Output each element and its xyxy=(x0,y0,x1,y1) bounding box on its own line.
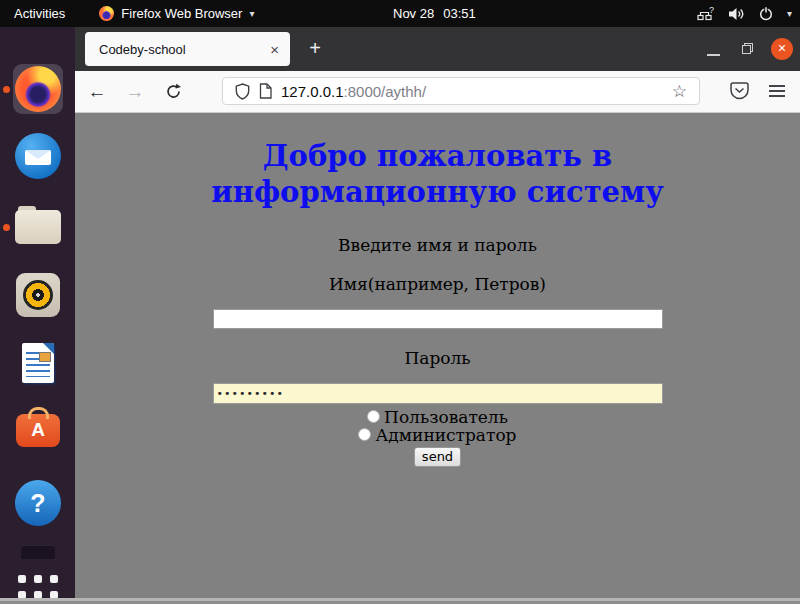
trash-icon xyxy=(21,545,55,559)
role-option-user[interactable]: Пользователь xyxy=(75,408,800,426)
app-menu-label: Firefox Web Browser xyxy=(121,6,242,21)
rhythmbox-speaker-icon xyxy=(16,273,60,317)
chevron-down-icon: ▾ xyxy=(249,9,254,19)
question-glyph: ? xyxy=(30,489,45,518)
dock-item-firefox[interactable] xyxy=(13,64,63,114)
page-icon xyxy=(259,83,272,99)
reload-icon xyxy=(165,83,182,100)
new-tab-button[interactable]: + xyxy=(301,35,329,63)
dock-item-thunderbird[interactable] xyxy=(13,131,63,181)
dock-item-ubuntu-software[interactable]: A xyxy=(13,405,63,455)
dock-item-help[interactable]: ? xyxy=(13,478,63,528)
ubuntu-software-icon: A xyxy=(16,414,60,447)
libreoffice-writer-icon xyxy=(22,343,54,383)
page-title: Добро пожаловать в информационную систем… xyxy=(115,139,760,211)
tab-close-icon[interactable]: × xyxy=(268,41,281,58)
bookmark-star-icon[interactable]: ☆ xyxy=(672,83,687,100)
gnome-top-bar: Activities Firefox Web Browser ▾ Nov 28 … xyxy=(0,0,800,27)
clock[interactable]: Nov 28 03:51 xyxy=(393,0,476,27)
dock-item-rhythmbox[interactable] xyxy=(13,270,63,320)
radio-admin-label: Администратор xyxy=(375,426,516,444)
radio-user-label: Пользователь xyxy=(384,408,508,426)
thunderbird-icon xyxy=(15,133,61,179)
system-status-area[interactable]: ? ▾ xyxy=(697,0,792,27)
clock-time: 03:51 xyxy=(443,6,476,21)
tab-bar: Codeby-school × + × xyxy=(75,27,800,71)
url-bar[interactable]: 127.0.0.1:8000/aythh/ ☆ xyxy=(222,77,700,105)
tab-title: Codeby-school xyxy=(99,42,268,57)
form-subtitle: Введите имя и пароль xyxy=(75,235,800,255)
firefox-window: Codeby-school × + × ← → 127.0.0.1:8000/a… xyxy=(75,27,800,598)
network-icon: ? xyxy=(697,6,715,21)
volume-icon xyxy=(728,7,745,21)
forward-button[interactable]: → xyxy=(119,71,151,112)
dock: A ? xyxy=(0,27,75,598)
firefox-icon xyxy=(15,66,61,112)
chevron-down-icon: ▾ xyxy=(787,9,792,19)
activities-button[interactable]: Activities xyxy=(14,6,65,21)
shield-icon xyxy=(235,83,250,100)
reload-button[interactable] xyxy=(157,71,189,112)
send-button[interactable]: send xyxy=(414,447,461,467)
screen-bottom-edge xyxy=(0,598,800,604)
files-folder-icon xyxy=(15,206,61,244)
dock-item-libreoffice-writer[interactable] xyxy=(13,338,63,388)
role-option-admin[interactable]: Администратор xyxy=(75,426,800,444)
minimize-button[interactable] xyxy=(707,54,720,56)
password-input[interactable] xyxy=(213,383,663,404)
files-running-dot xyxy=(3,224,10,231)
dock-item-files[interactable] xyxy=(13,200,63,250)
window-close-button[interactable]: × xyxy=(771,38,793,60)
radio-user[interactable] xyxy=(367,410,380,423)
svg-text:?: ? xyxy=(709,6,714,15)
web-page: Добро пожаловать в информационную систем… xyxy=(75,113,800,598)
url-text: 127.0.0.1:8000/aythh/ xyxy=(281,83,426,100)
url-host: 127.0.0.1 xyxy=(281,83,344,100)
navigation-toolbar: ← → 127.0.0.1:8000/aythh/ ☆ xyxy=(75,71,800,113)
pocket-button[interactable] xyxy=(729,81,750,105)
clock-date: Nov 28 xyxy=(393,6,434,21)
menu-button[interactable] xyxy=(769,85,785,100)
restore-button[interactable] xyxy=(742,43,753,54)
software-a-glyph: A xyxy=(31,419,45,441)
firefox-icon xyxy=(99,6,114,21)
radio-admin[interactable] xyxy=(358,428,371,441)
url-path: :8000/aythh/ xyxy=(344,83,427,100)
name-label: Имя(например, Петров) xyxy=(75,274,800,294)
dock-item-trash[interactable] xyxy=(13,540,63,564)
name-input[interactable] xyxy=(213,309,663,329)
power-icon xyxy=(758,6,774,21)
back-button[interactable]: ← xyxy=(81,71,113,112)
tab-codeby-school[interactable]: Codeby-school × xyxy=(85,32,290,66)
firefox-running-dot xyxy=(3,86,10,93)
pocket-icon xyxy=(729,81,750,101)
app-menu[interactable]: Firefox Web Browser ▾ xyxy=(99,6,254,21)
password-label: Пароль xyxy=(75,348,800,368)
help-question-icon: ? xyxy=(15,480,61,526)
